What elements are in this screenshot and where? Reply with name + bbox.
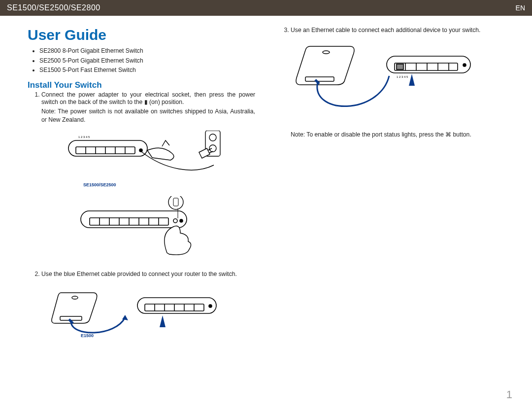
figure-label: SE1500/SE2500 <box>83 182 255 188</box>
steps-list-right: Use an Ethernet cable to connect each ad… <box>291 27 504 123</box>
device-connect-illustration: 1 2 3 4 5 <box>291 41 478 120</box>
section-heading: Install Your Switch <box>28 80 255 90</box>
right-column: Use an Ethernet cable to connect each ad… <box>277 27 504 352</box>
model-item: SE2500 5-Port Gigabit Ethernet Switch <box>39 56 255 66</box>
content-columns: User Guide SE2800 8-Port Gigabit Etherne… <box>0 22 532 352</box>
step-2: Use the blue Ethernet cable provided to … <box>41 271 255 345</box>
figure-router-connect: E1500 <box>51 288 255 344</box>
svg-point-10 <box>209 134 216 141</box>
svg-point-23 <box>173 219 177 223</box>
svg-point-11 <box>209 145 216 152</box>
figure-power-connect: 1 2 3 4 5 <box>66 131 255 188</box>
svg-text:1    2    3    4    5: 1 2 3 4 5 <box>397 75 408 78</box>
page-number: 1 <box>506 388 512 401</box>
model-list: SE2800 8-Port Gigabit Ethernet Switch SE… <box>39 46 255 75</box>
svg-text:1  2  3  4  5: 1 2 3 4 5 <box>78 136 90 138</box>
step-3: Use an Ethernet cable to connect each ad… <box>291 27 504 123</box>
header-title: SE1500/SE2500/SE2800 <box>7 3 100 12</box>
svg-rect-43 <box>395 63 458 70</box>
svg-marker-39 <box>160 315 166 327</box>
router-connect-illustration: E1500 <box>51 288 229 342</box>
right-note: Note: To enable or disable the port stat… <box>291 131 504 138</box>
svg-marker-52 <box>409 74 415 86</box>
figure-power-switch-8port <box>66 196 255 263</box>
page-title: User Guide <box>28 27 255 43</box>
model-item: SE2800 8-Port Gigabit Ethernet Switch <box>39 46 255 56</box>
eight-port-switch-illustration <box>66 196 214 260</box>
steps-list: Connect the power adapter to your electr… <box>41 91 255 345</box>
svg-rect-41 <box>305 77 334 81</box>
figure-device-connect: 1 2 3 4 5 <box>291 41 504 123</box>
step-3-text: Use an Ethernet cable to connect each ad… <box>291 27 481 34</box>
svg-point-50 <box>463 64 466 67</box>
svg-point-24 <box>180 219 183 222</box>
header-language: EN <box>516 4 525 12</box>
svg-rect-26 <box>173 198 178 206</box>
step-1-note: Note: The power switch is not available … <box>41 107 255 124</box>
model-item: SE1500 5-Port Fast Ethernet Switch <box>39 66 255 75</box>
svg-rect-49 <box>397 64 403 69</box>
figure-label-e1500: E1500 <box>81 333 94 338</box>
step-2-text: Use the blue Ethernet cable provided to … <box>41 271 237 277</box>
svg-point-40 <box>323 51 330 54</box>
svg-point-38 <box>209 305 212 308</box>
header-bar: SE1500/SE2500/SE2800 EN <box>0 0 532 16</box>
step-1: Connect the power adapter to your electr… <box>41 91 255 263</box>
svg-point-28 <box>72 296 78 299</box>
power-connect-illustration: 1 2 3 4 5 <box>66 131 224 180</box>
left-column: User Guide SE2800 8-Port Gigabit Etherne… <box>28 27 255 352</box>
step-1-text: Connect the power adapter to your electr… <box>41 91 255 106</box>
